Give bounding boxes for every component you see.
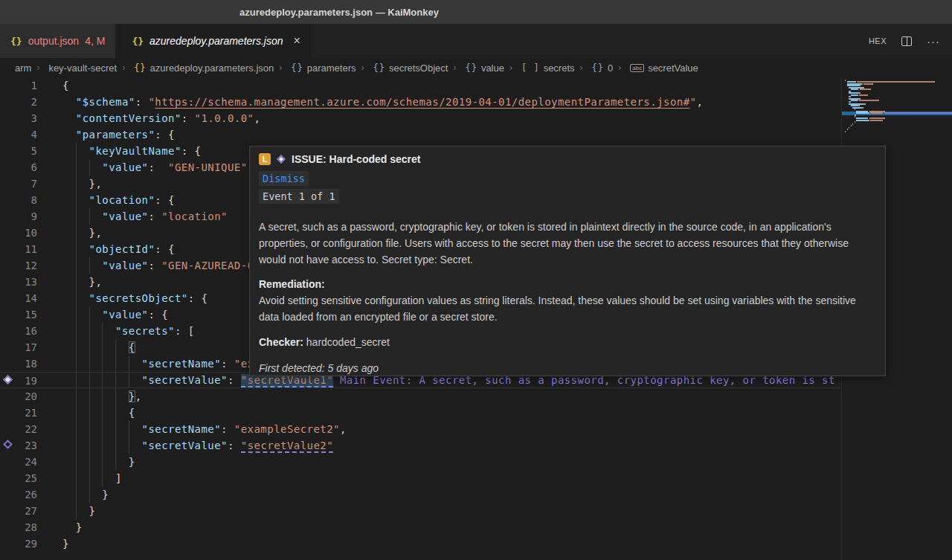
code-line-28[interactable]: 28 } <box>0 519 840 535</box>
braces-icon: {} <box>592 62 604 73</box>
token <box>62 423 142 435</box>
token: : <box>221 423 234 435</box>
breadcrumb-item-azuredeploy.parameters.json[interactable]: ›{}azuredeploy.parameters.json <box>117 62 274 74</box>
token <box>62 129 76 141</box>
code-line-24[interactable]: 24 } <box>0 454 840 470</box>
token: : <box>228 374 241 386</box>
chevron-right-icon: › <box>279 62 282 73</box>
token: : [ <box>175 325 195 337</box>
breadcrumb-label: secretValue <box>648 62 698 74</box>
token <box>62 292 89 304</box>
chevron-right-icon: › <box>36 62 39 73</box>
breadcrumb-item-secretValue[interactable]: ›abcsecretValue <box>613 62 698 74</box>
json-braces-icon: {} <box>10 36 22 47</box>
token: "secretValue" <box>142 440 228 451</box>
line-number: 1 <box>0 77 37 94</box>
token <box>62 260 102 271</box>
line-number: 7 <box>0 176 37 192</box>
code-line-25[interactable]: 25 ] <box>0 470 840 486</box>
braces-icon: {} <box>465 62 477 73</box>
token: }, <box>62 227 102 239</box>
token: : <box>148 260 161 271</box>
close-tab-icon[interactable]: × <box>294 35 300 47</box>
token: "value" <box>102 210 148 222</box>
dismiss-button[interactable]: Dismiss <box>259 171 309 186</box>
editor-actions: HEX ··· <box>869 24 952 58</box>
breadcrumb-item-parameters[interactable]: ›{}parameters <box>274 62 356 74</box>
braces-icon: {} <box>373 62 385 73</box>
code-line-27[interactable]: 27 } <box>0 503 840 519</box>
more-actions-icon[interactable]: ··· <box>927 35 940 48</box>
code-line-4[interactable]: 4 "parameters": { <box>0 126 840 143</box>
code-line-29[interactable]: 29} <box>0 535 840 552</box>
token: : <box>228 440 241 451</box>
line-number: 21 <box>0 405 37 421</box>
tab-bar-tabs: {}output.json4, M{}azuredeploy.parameter… <box>0 24 311 58</box>
code-text: } <box>62 486 109 503</box>
title-bar: azuredeploy.parameters.json — KaiMonkey <box>0 0 952 24</box>
tab-label: azuredeploy.parameters.json <box>149 35 283 47</box>
token: } <box>129 390 135 402</box>
breadcrumb-item-arm[interactable]: arm <box>15 62 31 74</box>
tab-output.json[interactable]: {}output.json4, M <box>0 24 121 58</box>
code-line-22[interactable]: 22 "secretName": "exampleSecret2", <box>0 421 840 437</box>
code-line-26[interactable]: 26 } <box>0 486 840 503</box>
tab-azuredeploy.parameters.json[interactable]: {}azuredeploy.parameters.json× <box>121 24 311 58</box>
breadcrumb-item-secretsObject[interactable]: ›{}secretsObject <box>356 62 448 74</box>
breadcrumb-item-value[interactable]: ›{}value <box>448 62 504 74</box>
code-text: { <box>62 405 135 421</box>
line-number: 12 <box>0 257 37 274</box>
breadcrumb-item-0[interactable]: ›{}0 <box>575 62 614 74</box>
token: } <box>62 489 109 501</box>
token: "objectId" <box>89 243 155 255</box>
token <box>62 390 129 402</box>
token: : { <box>148 309 168 321</box>
line-number: 2 <box>0 94 37 110</box>
token <box>62 194 89 206</box>
token: "secretValue" <box>142 374 228 386</box>
vscode-window: azuredeploy.parameters.json — KaiMonkey … <box>0 0 952 560</box>
editor: 1{2 "$schema": "https://schema.managemen… <box>0 77 952 560</box>
line-number: 4 <box>0 126 37 143</box>
line-number: 20 <box>0 388 37 405</box>
token: "exampleSecret2" <box>234 423 340 435</box>
chevron-right-icon: › <box>618 62 621 73</box>
code-line-2[interactable]: 2 "$schema": "https://schema.management.… <box>0 94 840 110</box>
first-detected: First detected: 5 days ago <box>259 360 876 376</box>
remediation-text: Avoid setting sensitive configuration va… <box>259 292 876 325</box>
token <box>62 358 142 370</box>
code-text: "$schema": "https://schema.management.az… <box>62 94 703 110</box>
breadcrumb-item-key-vault-secret[interactable]: ›key-vault-secret <box>31 62 117 74</box>
token: "secretValue2" <box>241 440 333 453</box>
code-text: { <box>62 77 69 94</box>
token: , <box>254 112 261 124</box>
breadcrumb: arm›key-vault-secret›{}azuredeploy.param… <box>0 58 952 77</box>
token: { <box>62 80 69 91</box>
split-editor-icon[interactable] <box>901 36 912 46</box>
token <box>62 112 76 124</box>
code-line-3[interactable]: 3 "contentVersion": "1.0.0.0", <box>0 110 840 126</box>
breadcrumb-label: arm <box>15 62 31 74</box>
token: "location" <box>161 210 228 222</box>
token: { <box>129 341 135 353</box>
line-number: 25 <box>0 470 37 486</box>
token: "value" <box>102 260 148 271</box>
code-line-23[interactable]: 23 "secretValue": "secretValue2" <box>0 437 840 454</box>
token <box>62 96 76 108</box>
token: , <box>696 96 703 108</box>
line-number: 10 <box>0 225 37 241</box>
code-text: } <box>62 535 69 552</box>
minimap-line <box>842 131 952 132</box>
code-line-1[interactable]: 1{ <box>0 77 840 94</box>
breadcrumb-label: key-vault-secret <box>48 62 117 74</box>
tab-bar: {}output.json4, M{}azuredeploy.parameter… <box>0 24 952 58</box>
breadcrumb-item-secrets[interactable]: ›[ ]secrets <box>504 62 575 74</box>
code-line-21[interactable]: 21 { <box>0 405 840 421</box>
token: "secrets" <box>115 325 175 337</box>
hex-button[interactable]: HEX <box>869 36 887 45</box>
token: "value" <box>102 161 148 173</box>
token <box>62 374 142 386</box>
chevron-right-icon: › <box>453 62 456 73</box>
code-line-20[interactable]: 20 }, <box>0 388 840 405</box>
line-number: 15 <box>0 306 37 323</box>
